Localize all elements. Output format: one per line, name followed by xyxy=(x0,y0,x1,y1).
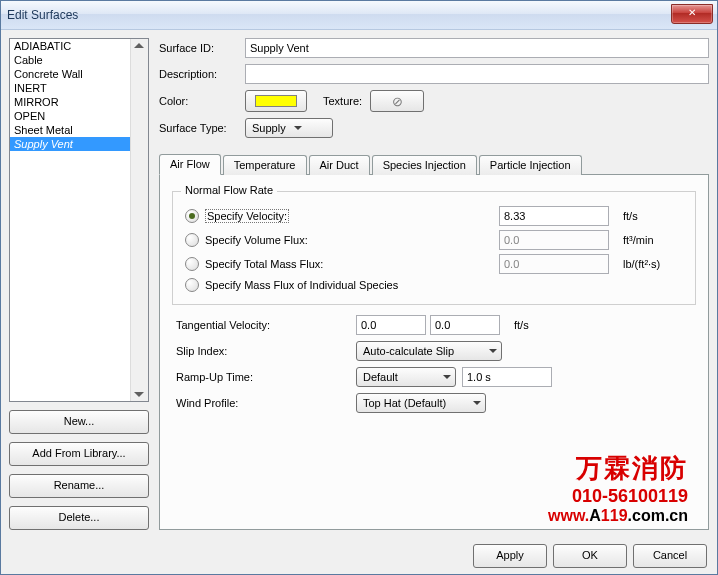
tab-temperature[interactable]: Temperature xyxy=(223,155,307,175)
chevron-down-icon xyxy=(443,375,451,379)
radio-total-mass-flux[interactable] xyxy=(185,257,199,271)
close-button[interactable]: ✕ xyxy=(671,4,713,24)
color-label: Color: xyxy=(159,95,245,107)
normal-flow-rate-group: Normal Flow Rate Specify Velocity: ft/s … xyxy=(172,191,696,305)
texture-button[interactable]: ⊘ xyxy=(370,90,424,112)
tab-panel-air-flow: Normal Flow Rate Specify Velocity: ft/s … xyxy=(159,174,709,530)
list-item[interactable]: ADIABATIC xyxy=(10,39,148,53)
volume-flux-unit: ft³/min xyxy=(623,234,683,246)
color-button[interactable] xyxy=(245,90,307,112)
list-item[interactable]: OPEN xyxy=(10,109,148,123)
total-mass-flux-unit: lb/(ft²·s) xyxy=(623,258,683,270)
radio-species-mass-flux[interactable] xyxy=(185,278,199,292)
radio-species-mass-flux-label: Specify Mass Flux of Individual Species xyxy=(205,279,398,291)
total-mass-flux-input xyxy=(499,254,609,274)
add-from-library-button[interactable]: Add From Library... xyxy=(9,442,149,466)
watermark: 万霖消防 010-56100119 www.A119.com.cn xyxy=(548,451,688,525)
radio-volume-flux-label: Specify Volume Flux: xyxy=(205,234,370,246)
surface-id-label: Surface ID: xyxy=(159,42,245,54)
window-title: Edit Surfaces xyxy=(7,8,78,22)
tab-air-flow[interactable]: Air Flow xyxy=(159,154,221,175)
surface-id-input[interactable] xyxy=(245,38,709,58)
ok-button[interactable]: OK xyxy=(553,544,627,568)
list-item[interactable]: Concrete Wall xyxy=(10,67,148,81)
description-input[interactable] xyxy=(245,64,709,84)
chevron-down-icon xyxy=(473,401,481,405)
cancel-button[interactable]: Cancel xyxy=(633,544,707,568)
radio-velocity-label: Specify Velocity: xyxy=(205,209,289,223)
rename-button[interactable]: Rename... xyxy=(9,474,149,498)
wind-profile-select[interactable]: Top Hat (Default) xyxy=(356,393,486,413)
velocity-input[interactable] xyxy=(499,206,609,226)
tangential-velocity-1-input[interactable] xyxy=(356,315,426,335)
radio-total-mass-flux-label: Specify Total Mass Flux: xyxy=(205,258,370,270)
chevron-down-icon xyxy=(294,126,302,130)
volume-flux-input xyxy=(499,230,609,250)
list-item[interactable]: Cable xyxy=(10,53,148,67)
slip-index-select[interactable]: Auto-calculate Slip xyxy=(356,341,502,361)
ramp-up-time-select[interactable]: Default xyxy=(356,367,456,387)
group-title: Normal Flow Rate xyxy=(181,184,277,196)
surface-list[interactable]: ADIABATIC Cable Concrete Wall INERT MIRR… xyxy=(9,38,149,402)
description-label: Description: xyxy=(159,68,245,80)
radio-velocity[interactable] xyxy=(185,209,199,223)
surface-type-label: Surface Type: xyxy=(159,122,245,134)
radio-volume-flux[interactable] xyxy=(185,233,199,247)
chevron-down-icon xyxy=(489,349,497,353)
texture-label: Texture: xyxy=(323,95,362,107)
tab-strip: Air Flow Temperature Air Duct Species In… xyxy=(159,154,709,174)
ramp-up-time-input[interactable] xyxy=(462,367,552,387)
surface-type-select[interactable]: Supply xyxy=(245,118,333,138)
list-item[interactable]: INERT xyxy=(10,81,148,95)
list-item[interactable]: MIRROR xyxy=(10,95,148,109)
ramp-up-time-label: Ramp-Up Time: xyxy=(172,371,356,383)
new-button[interactable]: New... xyxy=(9,410,149,434)
apply-button[interactable]: Apply xyxy=(473,544,547,568)
list-item[interactable]: Sheet Metal xyxy=(10,123,148,137)
tab-particle-injection[interactable]: Particle Injection xyxy=(479,155,582,175)
delete-button[interactable]: Delete... xyxy=(9,506,149,530)
wind-profile-label: Wind Profile: xyxy=(172,397,356,409)
tangential-velocity-unit: ft/s xyxy=(514,319,574,331)
scrollbar[interactable] xyxy=(130,39,148,401)
slip-index-label: Slip Index: xyxy=(172,345,356,357)
close-icon: ✕ xyxy=(688,7,696,18)
tab-air-duct[interactable]: Air Duct xyxy=(309,155,370,175)
no-texture-icon: ⊘ xyxy=(392,94,403,109)
list-item-selected[interactable]: Supply Vent xyxy=(10,137,148,151)
tangential-velocity-label: Tangential Velocity: xyxy=(172,319,356,331)
color-swatch-icon xyxy=(255,95,297,107)
tab-species-injection[interactable]: Species Injection xyxy=(372,155,477,175)
velocity-unit: ft/s xyxy=(623,210,683,222)
tangential-velocity-2-input[interactable] xyxy=(430,315,500,335)
